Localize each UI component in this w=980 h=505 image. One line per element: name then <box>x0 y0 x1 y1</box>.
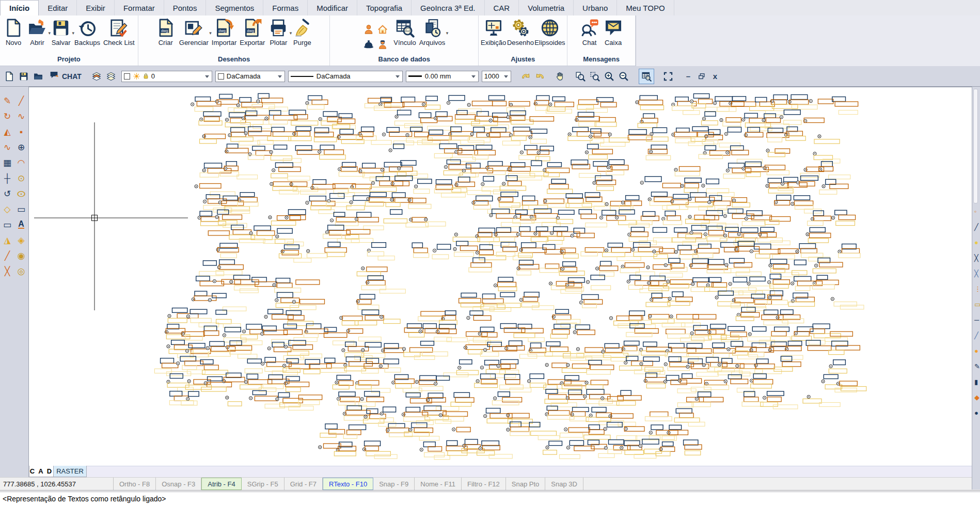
tool-offset-button[interactable]: ∿ <box>1 139 14 155</box>
undo-button[interactable] <box>518 69 533 84</box>
tool-copy-rotate-button[interactable]: ↻ <box>1 108 14 124</box>
tool-polyline-button[interactable]: ∿ <box>14 108 28 124</box>
zoom-in-button[interactable] <box>602 69 617 84</box>
ribbon-button-criar[interactable]: dwgCriar <box>154 18 177 46</box>
clipped-tool-icon[interactable]: ╳ <box>972 265 980 281</box>
tool-break-button[interactable]: ╳ <box>1 263 14 279</box>
tool-text-button[interactable]: A <box>14 217 28 232</box>
ribbon-button-abrir[interactable]: ▾Abrir <box>26 18 49 46</box>
ribbon-button-elipsoides[interactable]: Elipsoides <box>535 18 565 46</box>
linetype-combo[interactable]: DaCamada <box>288 71 403 82</box>
tab-car[interactable]: CAR <box>485 0 519 15</box>
ribbon-button-desenho[interactable]: Desenho <box>507 18 534 46</box>
clipped-tool-icon[interactable]: ◆ <box>972 389 980 405</box>
zoom-table-button[interactable] <box>639 69 654 84</box>
tool-ellipse-button[interactable]: ⊙ <box>14 186 28 201</box>
tab-volumetria[interactable]: Volumetria <box>519 0 574 15</box>
ribbon-button-purge[interactable]: Purge <box>291 18 313 46</box>
command-line[interactable]: <Representação de Textos como retângulo … <box>0 492 980 505</box>
tab-formatar[interactable]: Formatar <box>115 0 164 15</box>
tool-point-button[interactable]: ▪ <box>14 124 28 139</box>
layer-combo[interactable]: 0 <box>121 71 212 82</box>
ribbon-button-salvar[interactable]: ▾Salvar <box>50 18 72 46</box>
layer-manager-button[interactable] <box>89 69 104 84</box>
tab-urbano[interactable]: Urbano <box>574 0 617 15</box>
drawing-canvas[interactable] <box>29 87 980 466</box>
tab-inicio[interactable]: Início <box>0 0 39 15</box>
clipped-tool-icon[interactable]: ● <box>972 343 980 358</box>
tab-segmentos[interactable]: Segmentos <box>206 0 263 15</box>
open-drawing-button[interactable] <box>31 69 45 84</box>
layer-states-button[interactable] <box>104 69 118 84</box>
ribbon-button-exibicao[interactable]: Exibição <box>481 18 506 46</box>
tab-meu-topo[interactable]: Meu TOPO <box>617 0 674 15</box>
minimize-window-button[interactable]: – <box>682 70 695 83</box>
status-toggle-snap-3d[interactable]: Snap 3D <box>545 478 583 490</box>
tool-rotate-button[interactable]: ↺ <box>1 186 14 201</box>
tool-move-button[interactable]: ┼ <box>1 170 14 186</box>
status-toggle-nome-f11[interactable]: Nome - F11 <box>415 478 462 490</box>
tab-cad[interactable]: C A D <box>29 466 54 477</box>
ribbon-button-plotar[interactable]: ▾Plotar <box>267 18 290 46</box>
tool-mirror-button[interactable]: ◭ <box>1 124 14 139</box>
pan-button[interactable] <box>552 69 567 84</box>
ribbon-mini-home-button[interactable] <box>376 22 389 37</box>
ribbon-button-backups[interactable]: Backups <box>73 18 101 46</box>
scale-combo[interactable]: 1000 <box>482 71 511 82</box>
ribbon-button-importar[interactable]: dwgImportar <box>211 18 238 46</box>
dropdown-arrow-icon[interactable]: ▾ <box>446 30 449 36</box>
clipped-tool-icon[interactable]: ╱ <box>972 219 980 234</box>
tab-raster[interactable]: RASTER <box>54 466 87 477</box>
status-toggle-filtro-f12[interactable]: Filtro - F12 <box>462 478 506 490</box>
horizontal-scrollbar[interactable] <box>87 466 972 477</box>
clipped-tool-icon[interactable]: ● <box>972 234 980 250</box>
tab-editar[interactable]: Editar <box>39 0 77 15</box>
clipped-tool-icon[interactable]: ● <box>972 405 980 420</box>
color-combo[interactable]: DaCamada <box>215 71 285 82</box>
save-drawing-button[interactable] <box>17 69 31 84</box>
zoom-extents-button[interactable] <box>588 69 602 84</box>
zoom-window-button[interactable] <box>573 69 588 84</box>
tab-formas[interactable]: Formas <box>263 0 308 15</box>
tab-geoincra-3-ed[interactable]: GeoIncra 3ª Ed. <box>412 0 484 15</box>
tool-region-b-button[interactable]: ◎ <box>14 263 28 279</box>
tool-circle-button[interactable]: ⊙ <box>14 170 28 186</box>
new-drawing-button[interactable] <box>2 69 17 84</box>
clipped-tool-icon[interactable]: ╳ <box>972 250 980 265</box>
tool-line-button[interactable]: ╱ <box>14 93 28 108</box>
status-toggle-snap-pto[interactable]: Snap Pto <box>506 478 546 490</box>
redo-button[interactable] <box>533 69 547 84</box>
ribbon-button-chat[interactable]: Chat <box>578 18 601 46</box>
fullscreen-button[interactable] <box>661 69 675 84</box>
zoom-out-button[interactable] <box>617 69 631 84</box>
clipped-tool-icon[interactable]: ╱ <box>972 327 980 343</box>
vertical-scrollbar[interactable] <box>973 89 978 203</box>
tool-stretch-button[interactable]: ▭ <box>1 217 14 232</box>
tool-trapezoid-button[interactable]: ◮ <box>1 232 14 248</box>
status-toggle-snap-f9[interactable]: Snap - F9 <box>373 478 415 490</box>
chat-button[interactable]: CHAT <box>45 70 85 82</box>
ribbon-button-exportar[interactable]: dwgExportar <box>239 18 266 46</box>
ribbon-mini-surveyor-button[interactable] <box>376 37 389 52</box>
status-toggle-rtexto-f10[interactable]: RTexto - F10 <box>323 478 373 490</box>
clipped-tool-icon[interactable]: ◦ <box>972 203 980 219</box>
tool-lengthen-button[interactable]: ╱ <box>1 248 14 263</box>
status-toggle-ortho-f8[interactable]: Ortho - F8 <box>114 478 156 490</box>
tool-rectangle-button[interactable]: ▭ <box>14 201 28 217</box>
tab-modificar[interactable]: Modificar <box>308 0 357 15</box>
restore-window-button[interactable] <box>695 70 708 83</box>
clipped-tool-icon[interactable]: ⋮ <box>972 281 980 296</box>
tool-position-button[interactable]: ⊕ <box>14 139 28 155</box>
close-window-button[interactable]: x <box>708 70 722 83</box>
ribbon-mini-user-button[interactable] <box>362 22 375 37</box>
drawing-content[interactable] <box>29 87 980 466</box>
ribbon-button-caixa[interactable]: Caixa <box>602 18 625 46</box>
tool-scale-button[interactable]: ◇ <box>1 201 14 217</box>
status-toggle-osnap-f3[interactable]: Osnap - F3 <box>156 478 201 490</box>
clipped-tool-icon[interactable]: ▭ <box>972 296 980 312</box>
status-toggle-atrib-f4[interactable]: Atrib - F4 <box>201 478 241 490</box>
ribbon-button-vinculo[interactable]: Vínculo <box>392 18 417 46</box>
ribbon-mini-helmet-button[interactable] <box>362 37 375 52</box>
status-toggle-grid-f7[interactable]: Grid - F7 <box>284 478 323 490</box>
tab-pontos[interactable]: Pontos <box>164 0 207 15</box>
